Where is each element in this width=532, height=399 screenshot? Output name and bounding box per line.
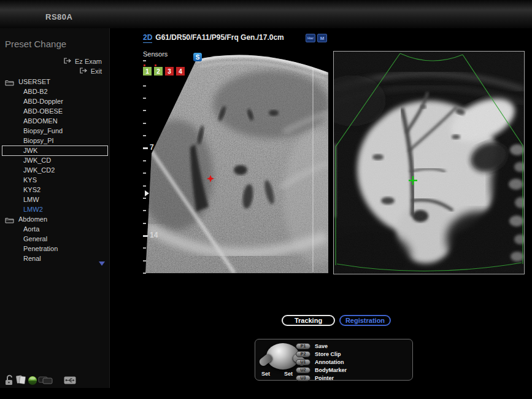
- harmonic-badge-icon: Har: [306, 34, 315, 42]
- softkey-row-pointer: U3 Pointer: [296, 374, 347, 382]
- fusion-mode-buttons: Tracking Registration: [282, 315, 391, 326]
- panel-actions: Ez Exam Exit: [64, 56, 102, 76]
- sensor-indicators: 1 2 3 4: [143, 67, 185, 76]
- sensor-2-indicator: 2: [154, 67, 163, 76]
- set-left-label: Set: [261, 371, 270, 377]
- ruler-tick: [143, 135, 146, 136]
- top-bar: RS80A: [0, 0, 532, 28]
- ruler-tick: [143, 273, 146, 274]
- ruler-tick: [143, 160, 146, 161]
- u1-key[interactable]: U1: [296, 359, 310, 365]
- preset-item-penetration[interactable]: Penetration: [0, 244, 109, 254]
- panel-title: Preset Change: [5, 39, 66, 49]
- sensor-marker-dot: [144, 64, 145, 66]
- sensors-label: Sensors: [143, 50, 168, 58]
- tracking-button[interactable]: Tracking: [282, 315, 335, 326]
- ruler-tick: [143, 123, 146, 124]
- preset-item-abdomen-folder[interactable]: Abdomen: [0, 214, 109, 224]
- preset-item-kys[interactable]: KYS: [0, 175, 109, 185]
- ruler-tick: [143, 185, 146, 187]
- preset-panel: Preset Change Ez Exam Exit USERSET ABD-B…: [0, 28, 110, 388]
- ez-exam-button[interactable]: Ez Exam: [64, 56, 102, 66]
- ruler-tick: [143, 260, 146, 261]
- sensor-4-indicator: 4: [176, 67, 185, 76]
- ruler-tick: [143, 98, 146, 99]
- preset-item-jwk-cd2[interactable]: JWK_CD2: [0, 165, 109, 175]
- preset-item-aorta[interactable]: Aorta: [0, 224, 109, 234]
- preset-tree: USERSET ABD-B2 ABD-Doppler ABD-OBESE ABD…: [0, 77, 109, 263]
- ultrasound-image[interactable]: [142, 52, 328, 273]
- sensor-1-indicator: 1: [143, 67, 152, 76]
- status-badges: Har M: [306, 34, 327, 42]
- exit-label: Exit: [91, 68, 102, 75]
- softkey-row-save: P1 Save: [296, 342, 347, 350]
- exit-arrow-icon: [64, 58, 72, 65]
- registration-button[interactable]: Registration: [339, 315, 391, 326]
- preset-item-lmw2[interactable]: LMW2: [0, 204, 109, 214]
- green-status-icon: [28, 376, 37, 388]
- probe-orientation-badge: S: [193, 53, 202, 61]
- preset-item-kys2[interactable]: KYS2: [0, 185, 109, 195]
- depth-ruler: 714: [143, 60, 161, 276]
- scroll-down-indicator[interactable]: [99, 261, 105, 266]
- image-parameter-bar: 2D G61/DR50/FA11/P95/Frq Gen./17.0cm: [143, 33, 284, 43]
- preset-item-biopsy-pi[interactable]: Biopsy_PI: [0, 136, 109, 145]
- sensor-3-indicator: 3: [165, 67, 174, 76]
- softkey-rows: P1 Save P2 Store Clip U1 Annotation U2 B…: [296, 342, 347, 382]
- sensor-marker-dot: [155, 64, 156, 66]
- preset-item-jwk-selected[interactable]: JWK: [0, 145, 109, 155]
- ruler-tick: [143, 85, 146, 87]
- u2-key[interactable]: U2: [296, 367, 310, 373]
- ruler-depth-label: 7: [150, 143, 154, 152]
- ruler-tick: [143, 210, 146, 211]
- softkey-row-annotation: U1 Annotation: [296, 358, 347, 366]
- ruler-tick: [143, 198, 146, 199]
- preset-item-jwk-cd[interactable]: JWK_CD: [0, 155, 109, 165]
- m-mode-badge-icon: M: [317, 34, 327, 42]
- image-settings-text: G61/DR50/FA11/P95/Frq Gen./17.0cm: [155, 33, 283, 42]
- mode-2d-label[interactable]: 2D: [143, 33, 152, 43]
- preset-item-abd-b2[interactable]: ABD-B2: [0, 87, 109, 96]
- focus-marker-icon[interactable]: [145, 190, 149, 196]
- preset-item-renal[interactable]: Renal: [0, 254, 109, 263]
- exit-arrow-icon: [80, 68, 88, 75]
- preset-item-userset[interactable]: USERSET: [0, 77, 109, 87]
- ez-exam-label: Ez Exam: [75, 58, 102, 65]
- ruler-tick: [143, 235, 148, 237]
- ruler-depth-label: 14: [150, 231, 158, 239]
- softkey-panel: Set Set P1 Save P2 Store Clip U1 Annotat…: [255, 339, 413, 381]
- documents-icon[interactable]: [15, 374, 27, 388]
- screen: RS80A Preset Change Ez Exam Exit USERSET: [0, 0, 532, 399]
- p1-key[interactable]: P1: [296, 343, 310, 349]
- preset-item-abd-obese[interactable]: ABD-OBESE: [0, 106, 109, 116]
- usb-icon[interactable]: [64, 376, 76, 387]
- unlock-icon[interactable]: [4, 374, 15, 389]
- set-right-label: Set: [284, 371, 293, 377]
- exit-button[interactable]: Exit: [64, 66, 102, 76]
- ruler-tick: [143, 147, 148, 149]
- ruler-tick: [143, 247, 146, 249]
- preset-item-biopsy-fund[interactable]: Biopsy_Fund: [0, 126, 109, 136]
- preset-item-abdomen-caps[interactable]: ABDOMEN: [0, 116, 109, 126]
- u3-key[interactable]: U3: [296, 375, 310, 381]
- ruler-tick: [143, 223, 146, 224]
- ruler-tick: [143, 60, 146, 61]
- app-title: RS80A: [45, 12, 72, 21]
- preset-item-general[interactable]: General: [0, 234, 109, 244]
- preset-item-abd-doppler[interactable]: ABD-Doppler: [0, 96, 109, 106]
- ruler-tick: [143, 172, 146, 174]
- p2-key[interactable]: P2: [296, 351, 310, 357]
- mri-image[interactable]: [333, 51, 525, 274]
- softkey-row-bodymarker: U2 BodyMarker: [296, 366, 347, 374]
- softkey-row-store-clip: P2 Store Clip: [296, 350, 347, 358]
- dual-display-icon: [38, 375, 53, 388]
- ruler-tick: [143, 110, 146, 111]
- preset-item-lmw[interactable]: LMW: [0, 195, 109, 204]
